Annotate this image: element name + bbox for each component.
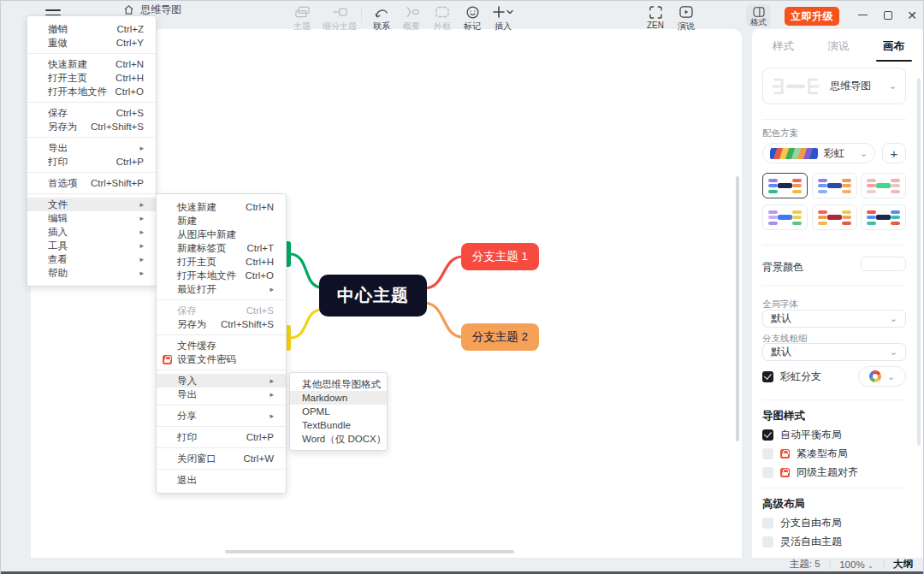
option-rainbow-branch[interactable]: 彩虹分支 xyxy=(762,370,821,383)
subtopic-button[interactable]: 细分主题 xyxy=(317,5,362,33)
tab-present[interactable]: 演说 xyxy=(828,39,850,61)
color-scheme-thumbnail-6[interactable] xyxy=(861,204,906,230)
option-flexible-free-topic[interactable]: 灵活自由主题 xyxy=(762,535,842,548)
global-font-dropdown[interactable]: 默认 ⌄ xyxy=(762,310,906,328)
upgrade-button[interactable]: 立即升级 xyxy=(785,7,839,26)
color-scheme-thumbnail-5[interactable] xyxy=(812,204,857,230)
menu-item-label: 从图库中新建 xyxy=(177,228,236,241)
checkbox-icon[interactable] xyxy=(762,429,773,441)
menu-item-print[interactable]: 打印Ctrl+P xyxy=(27,155,156,169)
central-topic[interactable]: 中心主题 xyxy=(319,275,427,317)
rainbow-branch-color-dropdown[interactable]: ⌄ xyxy=(858,366,906,387)
menu-item-label: 导出 xyxy=(48,141,68,155)
outline-toggle[interactable]: 大纲 xyxy=(893,558,913,571)
rainbow-swatch xyxy=(770,148,818,159)
menu-item-quit[interactable]: 退出 xyxy=(157,473,286,487)
add-color-scheme-button[interactable]: + xyxy=(882,143,906,163)
option-compact-layout[interactable]: 紧凑型布局 xyxy=(762,447,848,460)
insert-button[interactable]: 插入 xyxy=(481,5,525,33)
menu-item-label: 导入 xyxy=(177,374,197,388)
menu-item-print[interactable]: 打印Ctrl+P xyxy=(157,430,286,444)
checkbox-icon[interactable] xyxy=(762,518,773,529)
menu-item-export[interactable]: 导出▸ xyxy=(27,141,156,155)
present-button[interactable]: 演说 xyxy=(664,5,708,33)
tab-style[interactable]: 样式 xyxy=(773,39,794,61)
menu-separator xyxy=(157,405,286,405)
menu-item-edit[interactable]: 编辑▸ xyxy=(27,211,156,225)
menu-item-import[interactable]: 导入▸ xyxy=(157,374,286,388)
branch-topic-1[interactable]: 分支主题 1 xyxy=(461,243,539,270)
sidebar-scrollbar[interactable] xyxy=(917,78,921,446)
color-scheme-thumbnail-3[interactable] xyxy=(861,173,906,198)
menu-item-shortcut: Ctrl+H xyxy=(116,71,144,85)
menu-item-save-as[interactable]: 另存为Ctrl+Shift+S xyxy=(157,317,286,331)
color-scheme-thumbnail-1[interactable] xyxy=(762,173,808,198)
menu-item-quick-new[interactable]: 快速新建Ctrl+N xyxy=(27,57,156,71)
menu-item-label: 新建 xyxy=(177,214,197,228)
option-sibling-topic-align[interactable]: 同级主题对齐 xyxy=(762,465,858,479)
background-color-swatch[interactable] xyxy=(861,257,906,271)
menu-item-tools[interactable]: 工具▸ xyxy=(27,239,156,252)
menu-item-save[interactable]: 保存Ctrl+S xyxy=(157,304,286,317)
branch-width-dropdown[interactable]: 默认 ⌄ xyxy=(762,343,906,361)
menu-item-view[interactable]: 查看▸ xyxy=(27,252,156,266)
submenu-arrow-icon: ▸ xyxy=(139,211,144,225)
menu-item-label: 打印 xyxy=(177,430,197,444)
menu-item-opml[interactable]: OPML xyxy=(290,405,387,418)
menu-item-new[interactable]: 新建 xyxy=(157,214,286,228)
menu-item-shortcut: Ctrl+S xyxy=(246,304,274,317)
canvas-vertical-scrollbar[interactable] xyxy=(736,176,739,441)
window-close-button[interactable]: ✕ xyxy=(900,1,924,29)
menu-item-markdown[interactable]: Markdown xyxy=(290,391,387,405)
branch-topic-2[interactable]: 分支主题 2 xyxy=(461,323,539,351)
menu-item-label: Markdown xyxy=(302,391,347,405)
menu-item-share[interactable]: 分享▸ xyxy=(157,409,286,423)
menu-item-textbundle[interactable]: TextBundle xyxy=(290,418,387,432)
menu-item-word[interactable]: Word（仅 DOCX） xyxy=(290,432,387,446)
menu-item-open-home[interactable]: 打开主页Ctrl+H xyxy=(27,71,156,85)
color-scheme-thumbnail-4[interactable] xyxy=(762,204,808,230)
divider xyxy=(762,285,906,286)
menu-item-redo[interactable]: 重做Ctrl+Y xyxy=(27,36,156,50)
option-auto-balance-layout[interactable]: 自动平衡布局 xyxy=(762,428,842,441)
menu-item-insert[interactable]: 插入▸ xyxy=(27,225,156,239)
menu-item-new-from-gallery[interactable]: 从图库中新建 xyxy=(157,228,286,241)
menu-separator xyxy=(27,193,156,194)
menu-item-file[interactable]: 文件▸ xyxy=(27,198,156,211)
menu-item-set-password[interactable]: 设置文件密码 xyxy=(157,352,286,366)
menu-item-open-local-file[interactable]: 打开本地文件Ctrl+O xyxy=(27,85,156,98)
window-maximize-button[interactable] xyxy=(876,1,900,29)
color-scheme-dropdown[interactable]: 彩虹 ⌄ xyxy=(762,143,875,163)
menu-item-open-local-file[interactable]: 打开本地文件Ctrl+O xyxy=(157,269,286,282)
checkbox-icon[interactable] xyxy=(762,448,773,459)
lock-icon xyxy=(163,355,172,364)
structure-selector[interactable]: 思维导图 ⌄ xyxy=(762,68,906,104)
menu-item-new-tab[interactable]: 新建标签页Ctrl+T xyxy=(157,241,286,255)
menu-item-recent[interactable]: 最近打开▸ xyxy=(157,282,286,296)
menu-item-file-cache[interactable]: 文件缓存 xyxy=(157,339,286,352)
checkbox-icon[interactable] xyxy=(762,536,773,547)
menu-item-other-mindmap-formats[interactable]: 其他思维导图格式 xyxy=(290,377,387,391)
menu-item-quick-new[interactable]: 快速新建Ctrl+N xyxy=(157,200,286,214)
app-window: 思维导图 主题 细分主题 联系 概要 外框 标记 插入 xyxy=(0,0,924,574)
menu-item-close-window[interactable]: 关闭窗口Ctrl+W xyxy=(157,452,286,465)
menu-separator xyxy=(157,469,286,470)
menu-item-shortcut: Ctrl+O xyxy=(115,85,144,98)
window-minimize-button[interactable] xyxy=(850,1,874,29)
checkbox-icon[interactable] xyxy=(762,467,773,478)
canvas-horizontal-scrollbar[interactable] xyxy=(225,550,514,553)
zoom-level-control[interactable]: 100% ⌄ xyxy=(839,559,874,570)
menu-item-save-as[interactable]: 另存为Ctrl+Shift+S xyxy=(27,120,156,133)
menu-item-help[interactable]: 帮助▸ xyxy=(27,266,156,280)
checkbox-icon[interactable] xyxy=(762,371,773,382)
color-scheme-thumbnail-2[interactable] xyxy=(812,173,857,198)
menu-item-open-home[interactable]: 打开主页Ctrl+H xyxy=(157,255,286,269)
tab-canvas[interactable]: 画布 xyxy=(883,39,904,61)
menu-item-preferences[interactable]: 首选项Ctrl+Shift+P xyxy=(27,176,156,190)
menu-item-export[interactable]: 导出▸ xyxy=(157,388,286,401)
menu-item-save[interactable]: 保存Ctrl+S xyxy=(27,106,156,120)
menu-item-label: 查看 xyxy=(48,252,68,266)
option-branch-free-layout[interactable]: 分支自由布局 xyxy=(762,516,842,530)
menu-item-undo[interactable]: 撤销Ctrl+Z xyxy=(27,22,156,36)
format-panel-toggle[interactable]: 格式 xyxy=(746,4,771,27)
